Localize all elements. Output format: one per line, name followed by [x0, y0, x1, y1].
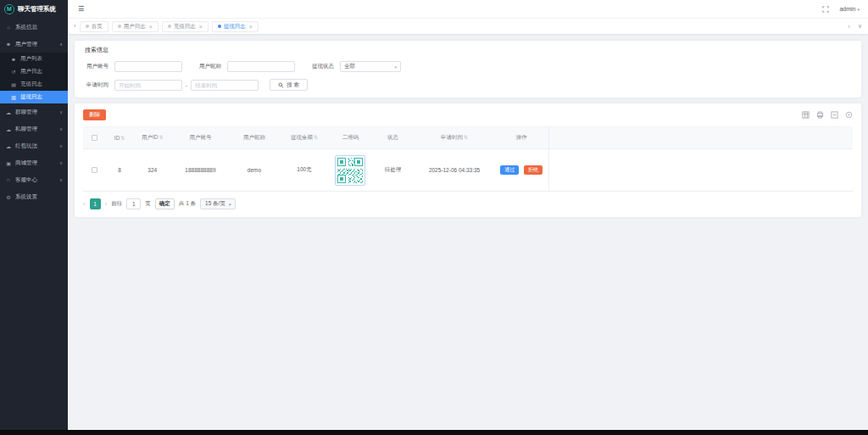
- content: 搜索信息 用户账号 用户昵称 提现状态 全部 ▾ 申请时间: [68, 34, 868, 430]
- toolbar-icons: [802, 111, 853, 119]
- nickname-label: 用户昵称: [198, 63, 221, 70]
- select-all-checkbox[interactable]: [92, 135, 97, 141]
- sort-icon[interactable]: ⇅: [120, 136, 125, 141]
- qr-code-image[interactable]: [335, 155, 365, 186]
- sort-icon[interactable]: ⇅: [314, 135, 318, 140]
- menu-fold-icon[interactable]: ☰: [78, 5, 84, 13]
- cell-account: 1888888889: [171, 149, 229, 192]
- col-amount[interactable]: 提现金额⇅: [280, 127, 330, 149]
- page-size-select[interactable]: 15 条/页 ▾: [200, 198, 236, 209]
- col-apply-time[interactable]: 申请时间⇅: [414, 127, 494, 149]
- close-icon[interactable]: ×: [149, 24, 153, 30]
- apply-time-label: 申请时间: [85, 81, 108, 89]
- print-icon[interactable]: [816, 111, 824, 119]
- sidebar-item-withdraw-log[interactable]: ▥ 提现日志: [0, 91, 68, 103]
- fullscreen-icon[interactable]: [822, 6, 829, 13]
- chevron-down-icon: ∨: [59, 109, 63, 114]
- col-id[interactable]: ID⇅: [106, 127, 133, 149]
- tab-user-log[interactable]: 用户日志 ×: [112, 21, 159, 32]
- cart-icon: ▣: [5, 160, 12, 166]
- sidebar-item-recharge-log[interactable]: ▤ 充值日志: [0, 78, 68, 91]
- confirm-page-button[interactable]: 确定: [155, 198, 175, 209]
- account-input[interactable]: [114, 61, 182, 72]
- status-select[interactable]: 全部 ▾: [340, 61, 401, 72]
- zoom-circle-icon[interactable]: [845, 111, 853, 119]
- home-icon: ⌂: [5, 25, 12, 30]
- sort-icon[interactable]: ⇅: [159, 135, 163, 140]
- card-icon: ▤: [10, 81, 17, 87]
- search-row-1: 用户账号 用户昵称 提现状态 全部 ▾: [85, 61, 851, 72]
- status-select-value: 全部: [344, 63, 355, 70]
- sidebar-item-group-chat[interactable]: ☁ 群聊管理 ∨: [0, 103, 68, 120]
- close-icon[interactable]: ×: [249, 24, 253, 30]
- row-checkbox[interactable]: [92, 167, 97, 173]
- topbar: ☰ admin ▾: [68, 0, 868, 18]
- sidebar-item-label: 群聊管理: [15, 109, 37, 116]
- sidebar-item-system-settings[interactable]: ⚙ 系统设置: [0, 188, 68, 205]
- export-icon[interactable]: [831, 111, 838, 119]
- select-all-cell: [83, 127, 106, 149]
- columns-grid-icon[interactable]: [802, 111, 810, 119]
- tab-dot-icon: [168, 25, 171, 28]
- sidebar: M 聊天管理系统 ⌂ 系统信息 ☻ 用户管理 ∧ ☻ 用户列表 ↺ 用户日志 ▤…: [0, 0, 68, 430]
- tab-recharge-log[interactable]: 充值日志 ×: [162, 21, 209, 32]
- prev-page-icon[interactable]: ‹: [83, 201, 86, 208]
- user-menu[interactable]: admin ▾: [839, 6, 860, 12]
- goto-page-input[interactable]: [126, 198, 141, 209]
- tabs-scroll-right-icon[interactable]: ›: [849, 24, 850, 30]
- headset-icon: ∩: [5, 177, 12, 182]
- search-button[interactable]: 搜 索: [270, 79, 308, 91]
- col-account: 用户账号: [171, 127, 229, 149]
- cell-nickname: demo: [229, 149, 279, 192]
- table-toolbar: 删除: [83, 109, 853, 120]
- sidebar-item-mall[interactable]: ▣ 商城管理 ∨: [0, 154, 68, 171]
- reject-button[interactable]: 拒绝: [524, 165, 542, 175]
- tab-label: 首页: [92, 23, 103, 31]
- comment-icon: ☁: [5, 126, 12, 132]
- chevron-down-icon: ∨: [59, 177, 63, 182]
- nickname-input[interactable]: [227, 61, 295, 72]
- range-separator: -: [186, 82, 187, 88]
- sidebar-item-user-log[interactable]: ↺ 用户日志: [0, 65, 68, 78]
- tabs-scroll-left-icon[interactable]: ‹: [74, 23, 76, 30]
- tabs-bar: ‹ 首页 用户日志 × 充值日志 × 提现日志 × › ∨: [68, 18, 868, 34]
- sidebar-item-label: 充值日志: [20, 81, 42, 88]
- tab-withdraw-log[interactable]: 提现日志 ×: [212, 21, 259, 32]
- page-number-button[interactable]: 1: [90, 198, 101, 209]
- tab-home[interactable]: 首页: [80, 21, 108, 32]
- end-time-input[interactable]: [191, 80, 259, 91]
- search-panel: 搜索信息 用户账号 用户昵称 提现状态 全部 ▾ 申请时间: [75, 41, 861, 98]
- total-count-label: 共 1 条: [179, 200, 196, 208]
- chevron-down-icon: ∨: [59, 143, 63, 148]
- sidebar-item-user-list[interactable]: ☻ 用户列表: [0, 53, 68, 65]
- col-actions: 操作: [495, 127, 549, 149]
- red-packet-icon: ☁: [5, 143, 12, 149]
- sort-icon[interactable]: ⇅: [464, 135, 468, 140]
- users-icon: ☻: [10, 57, 17, 62]
- app-title: 聊天管理系统: [18, 5, 56, 14]
- search-icon: [278, 82, 284, 88]
- caret-down-icon: ▾: [857, 7, 860, 12]
- col-user-id[interactable]: 用户ID⇅: [133, 127, 171, 149]
- tabs-dropdown-icon[interactable]: ∨: [858, 23, 862, 30]
- sidebar-item-red-packet[interactable]: ☁ 红包玩法 ∨: [0, 137, 68, 154]
- table-panel: 删除: [75, 103, 861, 217]
- sidebar-item-label: 系统信息: [15, 24, 37, 31]
- sidebar-item-user-management[interactable]: ☻ 用户管理 ∧: [0, 36, 68, 53]
- cell-status: 待处理: [371, 149, 414, 192]
- approve-button[interactable]: 通过: [500, 165, 519, 175]
- sidebar-item-system-info[interactable]: ⌂ 系统信息: [0, 19, 68, 36]
- table-row: 8 324 1888888889 demo 100元: [83, 149, 853, 192]
- next-page-icon[interactable]: ›: [105, 201, 108, 208]
- sidebar-item-service-center[interactable]: ∩ 客服中心 ∨: [0, 171, 68, 188]
- sidebar-item-private-chat[interactable]: ☁ 私聊管理 ∨: [0, 120, 68, 137]
- app-window: M 聊天管理系统 ⌂ 系统信息 ☻ 用户管理 ∧ ☻ 用户列表 ↺ 用户日志 ▤…: [0, 0, 868, 435]
- start-time-input[interactable]: [114, 80, 182, 91]
- close-icon[interactable]: ×: [199, 24, 203, 30]
- search-panel-title: 搜索信息: [85, 46, 851, 54]
- account-label: 用户账号: [85, 63, 108, 70]
- tab-label: 用户日志: [124, 23, 146, 31]
- delete-button[interactable]: 删除: [83, 109, 106, 120]
- tab-label: 提现日志: [224, 23, 246, 31]
- app-logo-icon: M: [4, 4, 14, 14]
